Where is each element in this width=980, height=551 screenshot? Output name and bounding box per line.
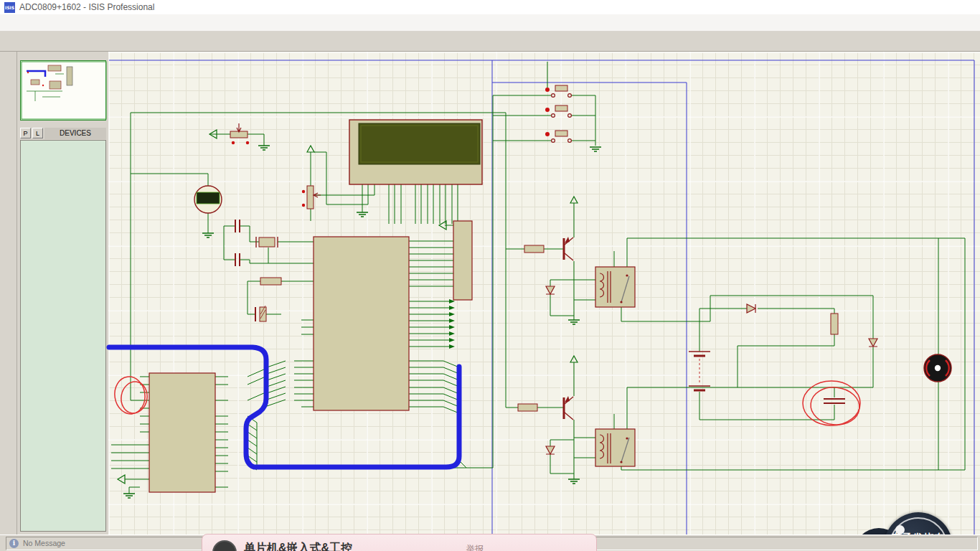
schematic-canvas[interactable] <box>108 52 980 534</box>
status-message: No Message <box>23 539 65 547</box>
overview-minimap[interactable] <box>20 60 106 121</box>
menu-bar <box>0 14 980 32</box>
object-selector-panel: P L DEVICES <box>17 52 108 534</box>
popup-logo-icon <box>212 540 237 551</box>
app-icon: ISIS <box>4 2 15 13</box>
workspace: P L DEVICES <box>0 52 980 534</box>
pick-devices-button[interactable]: P <box>20 128 31 138</box>
devices-header: DEVICES <box>44 128 106 139</box>
report-button[interactable]: 举报 <box>466 543 484 551</box>
library-manager-button[interactable]: L <box>32 128 43 138</box>
popup-title: 单片机&嵌入式&工控 <box>244 541 352 551</box>
main-toolbar <box>0 32 980 52</box>
chat-popup[interactable]: 单片机&嵌入式&工控 举报 <box>202 534 597 551</box>
info-icon: i <box>9 539 19 548</box>
window-title: ADC0809+1602 - ISIS Professional <box>19 2 154 12</box>
overview-thumbnail <box>21 61 107 120</box>
device-list <box>20 140 106 532</box>
mode-toolbar <box>0 52 17 534</box>
title-bar: ISIS ADC0809+1602 - ISIS Professional <box>0 0 980 14</box>
